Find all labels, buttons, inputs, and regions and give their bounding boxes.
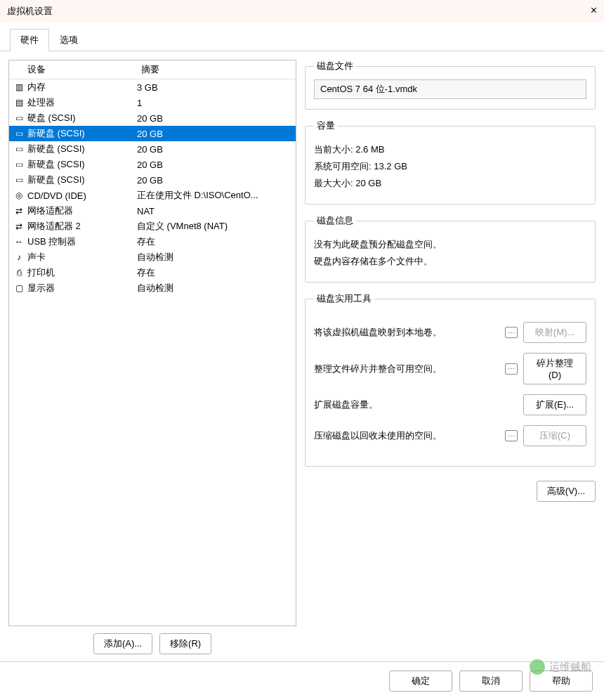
bottom-bar: 确定 取消 帮助	[0, 661, 604, 700]
device-name: 新硬盘 (SCSI)	[26, 158, 137, 171]
device-row[interactable]: ⇄网络适配器NAT	[9, 203, 296, 219]
hint-icon[interactable]: ⋯	[505, 363, 518, 375]
device-row[interactable]: ▥内存3 GB	[9, 79, 296, 95]
device-name: 显示器	[26, 282, 137, 294]
tab-bar: 硬件 选项	[0, 28, 604, 51]
disk-file-value[interactable]: CentOS 7 64 位-1.vmdk	[314, 79, 586, 99]
disk-info-line1: 没有为此硬盘预分配磁盘空间。	[314, 238, 586, 251]
util-expand-text: 扩展磁盘容量。	[314, 398, 499, 411]
header-summary[interactable]: 摘要	[136, 60, 296, 79]
ok-button[interactable]: 确定	[389, 670, 452, 692]
capacity-legend: 容量	[314, 119, 338, 132]
disk-utilities-group: 磁盘实用工具 将该虚拟机磁盘映射到本地卷。 ⋯ 映射(M)... 整理文件碎片并…	[305, 292, 596, 467]
disk-info-legend: 磁盘信息	[314, 214, 356, 227]
device-row[interactable]: ▭新硬盘 (SCSI)20 GB	[9, 141, 296, 157]
defrag-button[interactable]: 碎片整理(D)	[523, 353, 586, 384]
network-icon: ⇄	[12, 221, 26, 231]
device-summary: 存在	[137, 235, 293, 248]
map-button[interactable]: 映射(M)...	[523, 322, 586, 343]
remove-button[interactable]: 移除(R)	[159, 633, 211, 654]
device-name: 新硬盘 (SCSI)	[26, 127, 137, 140]
hint-icon[interactable]: ⋯	[505, 430, 518, 441]
device-summary: 20 GB	[137, 175, 293, 186]
printer-icon: ⎙	[12, 268, 26, 278]
hint-icon[interactable]: ⋯	[505, 327, 518, 338]
device-name: 硬盘 (SCSI)	[26, 112, 137, 124]
device-row[interactable]: ◎CD/DVD (IDE)正在使用文件 D:\ISO\CentO...	[9, 188, 296, 203]
capacity-max: 最大大小: 20 GB	[314, 177, 586, 190]
device-name: CD/DVD (IDE)	[26, 190, 137, 201]
disk-icon: ▭	[12, 144, 26, 154]
device-row[interactable]: ⎙打印机存在	[9, 265, 296, 280]
help-button[interactable]: 帮助	[530, 670, 593, 692]
device-name: USB 控制器	[26, 235, 137, 248]
memory-icon: ▥	[12, 82, 26, 92]
device-name: 新硬盘 (SCSI)	[26, 143, 137, 155]
device-row[interactable]: ▢显示器自动检测	[9, 280, 296, 296]
disk-file-group: 磁盘文件 CentOS 7 64 位-1.vmdk	[305, 60, 596, 110]
disk-info-line2: 硬盘内容存储在多个文件中。	[314, 255, 586, 268]
disk-icon: ▭	[12, 113, 26, 123]
device-summary: 1	[137, 98, 293, 108]
device-summary: 正在使用文件 D:\ISO\CentO...	[137, 189, 293, 202]
device-row[interactable]: ▤处理器1	[9, 95, 296, 110]
titlebar: 虚拟机设置 ×	[0, 0, 604, 22]
cpu-icon: ▤	[12, 98, 26, 108]
device-name: 网络适配器	[26, 205, 137, 217]
device-summary: 20 GB	[137, 144, 293, 155]
device-name: 新硬盘 (SCSI)	[26, 174, 137, 186]
device-list-header: 设备 摘要	[9, 60, 296, 79]
tab-hardware[interactable]: 硬件	[10, 29, 49, 51]
expand-button[interactable]: 扩展(E)...	[523, 394, 586, 415]
device-summary: 3 GB	[137, 82, 293, 93]
disk-icon: ▭	[12, 129, 26, 138]
disk-info-group: 磁盘信息 没有为此硬盘预分配磁盘空间。 硬盘内容存储在多个文件中。	[305, 214, 596, 283]
util-map-text: 将该虚拟机磁盘映射到本地卷。	[314, 326, 499, 339]
device-list: 设备 摘要 ▥内存3 GB▤处理器1▭硬盘 (SCSI)20 GB▭新硬盘 (S…	[8, 60, 296, 626]
device-row[interactable]: ▭新硬盘 (SCSI)20 GB	[9, 126, 296, 141]
device-summary: NAT	[137, 206, 293, 216]
cd-icon: ◎	[12, 190, 26, 200]
usb-icon: ↔	[12, 237, 26, 247]
advanced-button[interactable]: 高级(V)...	[537, 481, 596, 502]
close-icon[interactable]: ×	[591, 4, 597, 17]
disk-utilities-legend: 磁盘实用工具	[314, 292, 374, 305]
device-summary: 20 GB	[137, 129, 293, 139]
device-name: 内存	[26, 81, 137, 93]
device-summary: 自动检测	[137, 282, 293, 294]
capacity-group: 容量 当前大小: 2.6 MB 系统可用空间: 13.2 GB 最大大小: 20…	[305, 119, 596, 205]
device-row[interactable]: ♪声卡自动检测	[9, 249, 296, 265]
disk-icon: ▭	[12, 175, 26, 185]
device-row[interactable]: ⇄网络适配器 2自定义 (VMnet8 (NAT)	[9, 219, 296, 234]
device-summary: 20 GB	[137, 160, 293, 170]
cancel-button[interactable]: 取消	[459, 670, 523, 692]
device-name: 声卡	[26, 251, 137, 264]
util-defrag-text: 整理文件碎片并整合可用空间。	[314, 363, 499, 375]
device-summary: 自动检测	[137, 251, 293, 264]
add-button[interactable]: 添加(A)...	[93, 633, 152, 654]
device-name: 打印机	[26, 266, 137, 279]
device-name: 处理器	[26, 96, 137, 109]
device-row[interactable]: ▭新硬盘 (SCSI)20 GB	[9, 172, 296, 188]
header-device[interactable]: 设备	[9, 60, 136, 79]
capacity-free: 系统可用空间: 13.2 GB	[314, 160, 586, 173]
capacity-current: 当前大小: 2.6 MB	[314, 143, 586, 156]
compact-button[interactable]: 压缩(C)	[523, 425, 586, 446]
disk-icon: ▭	[12, 160, 26, 169]
tab-options[interactable]: 选项	[49, 29, 88, 51]
device-summary: 20 GB	[137, 113, 293, 124]
sound-icon: ♪	[12, 252, 26, 262]
util-compact-text: 压缩磁盘以回收未使用的空间。	[314, 429, 499, 442]
network-icon: ⇄	[12, 206, 26, 216]
window-title: 虚拟机设置	[7, 5, 53, 18]
disk-file-legend: 磁盘文件	[314, 60, 356, 72]
device-name: 网络适配器 2	[26, 220, 137, 233]
device-row[interactable]: ↔USB 控制器存在	[9, 234, 296, 249]
device-summary: 存在	[137, 266, 293, 279]
device-row[interactable]: ▭新硬盘 (SCSI)20 GB	[9, 157, 296, 172]
device-summary: 自定义 (VMnet8 (NAT)	[137, 220, 293, 233]
device-row[interactable]: ▭硬盘 (SCSI)20 GB	[9, 110, 296, 126]
display-icon: ▢	[12, 283, 26, 293]
